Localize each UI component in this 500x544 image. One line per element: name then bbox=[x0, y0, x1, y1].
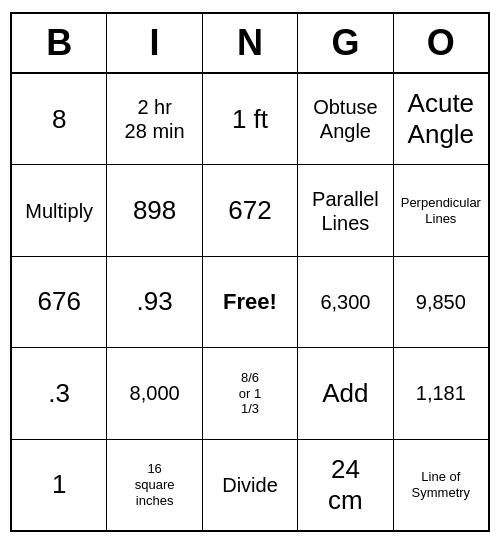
bingo-grid: 82 hr28 min1 ftObtuseAngleAcuteAngleMult… bbox=[12, 74, 488, 530]
grid-row-0: 82 hr28 min1 ftObtuseAngleAcuteAngle bbox=[12, 74, 488, 165]
cell-r1-c1: 898 bbox=[107, 165, 202, 255]
cell-r0-c4: AcuteAngle bbox=[394, 74, 488, 164]
cell-r3-c0: .3 bbox=[12, 348, 107, 438]
cell-r2-c0: 676 bbox=[12, 257, 107, 347]
cell-r4-c0: 1 bbox=[12, 440, 107, 530]
cell-r1-c4: PerpendicularLines bbox=[394, 165, 488, 255]
grid-row-1: Multiply898672ParallelLinesPerpendicular… bbox=[12, 165, 488, 256]
cell-r4-c3: 24cm bbox=[298, 440, 393, 530]
bingo-card: BINGO 82 hr28 min1 ftObtuseAngleAcuteAng… bbox=[10, 12, 490, 532]
cell-r1-c0: Multiply bbox=[12, 165, 107, 255]
cell-r0-c3: ObtuseAngle bbox=[298, 74, 393, 164]
cell-r3-c2: 8/6or 11/3 bbox=[203, 348, 298, 438]
grid-row-4: 116squareinchesDivide24cmLine ofSymmetry bbox=[12, 440, 488, 530]
cell-r3-c4: 1,181 bbox=[394, 348, 488, 438]
cell-r2-c3: 6,300 bbox=[298, 257, 393, 347]
header-cell-b: B bbox=[12, 14, 107, 72]
cell-r1-c2: 672 bbox=[203, 165, 298, 255]
bingo-header: BINGO bbox=[12, 14, 488, 74]
cell-r4-c2: Divide bbox=[203, 440, 298, 530]
cell-r0-c1: 2 hr28 min bbox=[107, 74, 202, 164]
header-cell-i: I bbox=[107, 14, 202, 72]
header-cell-g: G bbox=[298, 14, 393, 72]
cell-r2-c4: 9,850 bbox=[394, 257, 488, 347]
header-cell-o: O bbox=[394, 14, 488, 72]
cell-r3-c1: 8,000 bbox=[107, 348, 202, 438]
grid-row-3: .38,0008/6or 11/3Add1,181 bbox=[12, 348, 488, 439]
cell-r4-c4: Line ofSymmetry bbox=[394, 440, 488, 530]
cell-r2-c1: .93 bbox=[107, 257, 202, 347]
cell-r2-c2: Free! bbox=[203, 257, 298, 347]
cell-r3-c3: Add bbox=[298, 348, 393, 438]
header-cell-n: N bbox=[203, 14, 298, 72]
cell-r0-c2: 1 ft bbox=[203, 74, 298, 164]
cell-r1-c3: ParallelLines bbox=[298, 165, 393, 255]
grid-row-2: 676.93Free!6,3009,850 bbox=[12, 257, 488, 348]
cell-r0-c0: 8 bbox=[12, 74, 107, 164]
cell-r4-c1: 16squareinches bbox=[107, 440, 202, 530]
